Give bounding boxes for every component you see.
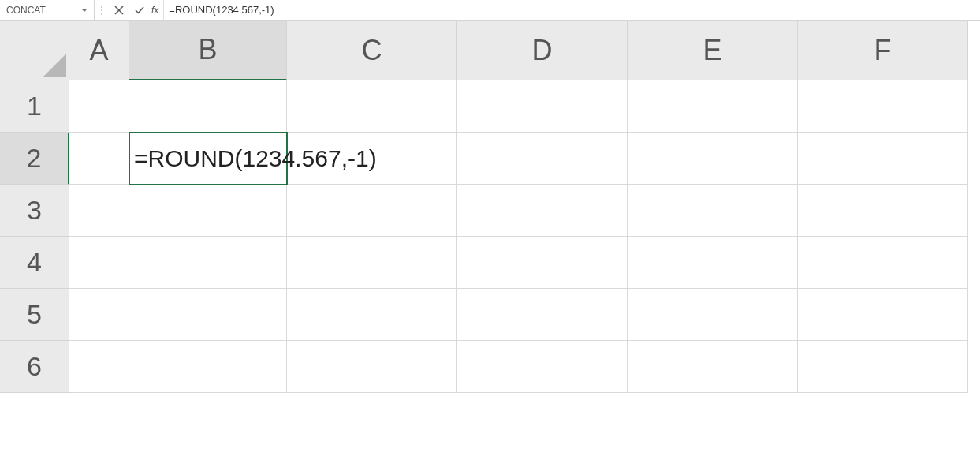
cell-E2[interactable] [628,133,798,185]
cell-F5[interactable] [798,289,968,341]
name-box-text: CONCAT [6,5,78,16]
row-header-5[interactable]: 5 [0,289,69,341]
col-header-D[interactable]: D [457,21,628,80]
cell-F1[interactable] [798,80,968,133]
cell-F3[interactable] [798,185,968,237]
cell-B5[interactable] [129,289,287,341]
cell-A2[interactable] [69,133,129,185]
cell-B4[interactable] [129,237,287,289]
col-header-F[interactable]: F [798,21,968,80]
close-icon [114,6,124,15]
formula-input[interactable] [163,0,980,20]
cell-B6[interactable] [129,341,287,393]
cell-C5[interactable] [287,289,457,341]
cell-D3[interactable] [457,185,628,237]
check-icon [135,6,144,15]
cell-D5[interactable] [457,289,628,341]
name-box[interactable]: CONCAT [0,0,95,20]
cell-D2[interactable] [457,133,628,185]
cell-editor[interactable]: =ROUND(1234.567,-1) [129,133,382,184]
chevron-down-icon[interactable] [81,9,88,12]
cancel-button[interactable] [109,0,129,20]
row-header-4[interactable]: 4 [0,237,69,289]
cell-E5[interactable] [628,289,798,341]
cell-B1[interactable] [129,80,287,133]
cell-A4[interactable] [69,237,129,289]
col-header-E[interactable]: E [628,21,798,80]
cell-A6[interactable] [69,341,129,393]
col-header-A[interactable]: A [69,21,129,80]
cell-F6[interactable] [798,341,968,393]
select-all-corner[interactable] [0,21,69,80]
cell-C4[interactable] [287,237,457,289]
cell-B3[interactable] [129,185,287,237]
cell-D4[interactable] [457,237,628,289]
col-header-C[interactable]: C [287,21,457,80]
cell-A1[interactable] [69,80,129,133]
cell-F2[interactable] [798,133,968,185]
cell-C3[interactable] [287,185,457,237]
col-header-B[interactable]: B [129,21,287,80]
cell-C1[interactable] [287,80,457,133]
cell-E1[interactable] [628,80,798,133]
formula-bar: CONCAT ⋮ fx [0,0,980,21]
fx-icon[interactable]: fx [151,5,158,16]
cell-D6[interactable] [457,341,628,393]
cell-B2[interactable]: =ROUND(1234.567,-1) [129,133,287,185]
cell-F4[interactable] [798,237,968,289]
divider: ⋮ [95,0,109,20]
row-header-2[interactable]: 2 [0,133,69,185]
cell-E6[interactable] [628,341,798,393]
row-header-6[interactable]: 6 [0,341,69,393]
cell-E3[interactable] [628,185,798,237]
cell-C6[interactable] [287,341,457,393]
spreadsheet-grid: A B C D E F 1 2 =ROUND(1234.567,-1) 3 4 … [0,21,980,393]
row-header-3[interactable]: 3 [0,185,69,237]
cell-A5[interactable] [69,289,129,341]
cell-E4[interactable] [628,237,798,289]
enter-button[interactable] [129,0,150,20]
cell-D1[interactable] [457,80,628,133]
cell-A3[interactable] [69,185,129,237]
row-header-1[interactable]: 1 [0,80,69,133]
